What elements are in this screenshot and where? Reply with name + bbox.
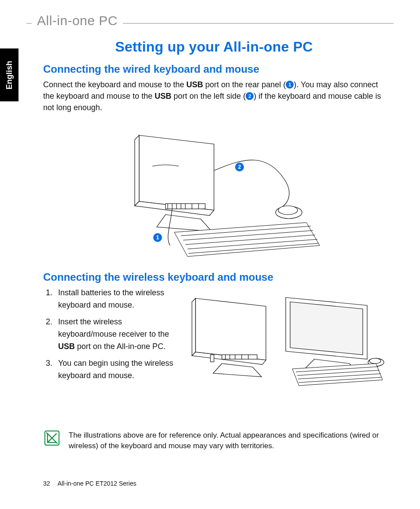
header-product-line: All-in-one PC (32, 13, 123, 28)
svg-marker-1 (135, 135, 139, 206)
svg-marker-20 (195, 298, 266, 360)
text-span: port on the rear panel ( (203, 80, 286, 89)
callout-badge-1-inline: 1 (286, 81, 294, 89)
usb-label: USB (155, 92, 171, 100)
text-span: Connect the keyboard and mouse to the (43, 80, 186, 89)
step-1: Install batteries to the wireless keyboa… (55, 287, 180, 312)
note-text: The illustrations above are for referenc… (69, 429, 385, 452)
usb-label: USB (58, 342, 75, 351)
svg-marker-23 (213, 364, 262, 377)
svg-marker-3 (157, 215, 212, 231)
svg-marker-21 (192, 298, 195, 356)
figure-wireless-setup (182, 290, 385, 391)
note-icon (43, 429, 61, 447)
step-3: You can begin using the wireless keyboar… (55, 357, 180, 382)
usb-label: USB (186, 80, 203, 89)
note-box: The illustrations above are for referenc… (43, 429, 385, 452)
section-heading-wireless: Connecting the wireless keyboard and mou… (43, 271, 385, 283)
text-span: Insert the wireless keyboard/mouse recei… (58, 317, 169, 338)
wireless-illustration (182, 290, 385, 391)
page-number: 32 (43, 480, 50, 487)
page-footer: 32 All-in-one PC ET2012 Series (43, 480, 136, 487)
monitor-keyboard-mouse-illustration (99, 122, 328, 263)
step-2: Insert the wireless keyboard/mouse recei… (55, 316, 180, 353)
svg-marker-0 (139, 135, 214, 210)
language-tab: English (0, 48, 18, 101)
svg-rect-24 (222, 355, 257, 359)
text-span: port on the All-in-one PC. (75, 342, 166, 351)
section-heading-wired: Connecting the wired keyboard and mouse (43, 63, 385, 75)
text-span: port on the left side ( (171, 92, 246, 100)
footer-product: All-in-one PC ET2012 Series (58, 480, 136, 487)
wired-paragraph: Connect the keyboard and mouse to the US… (43, 79, 385, 113)
svg-point-13 (278, 206, 298, 215)
page-title: Setting up your All-in-one PC (43, 39, 385, 55)
callout-badge-2-inline: 2 (246, 92, 254, 100)
wireless-steps-list: Install batteries to the wireless keyboa… (43, 287, 180, 382)
svg-marker-32 (290, 302, 363, 355)
figure-wired-setup: 2 1 (99, 122, 328, 263)
svg-point-35 (369, 358, 381, 364)
svg-rect-30 (210, 355, 214, 362)
